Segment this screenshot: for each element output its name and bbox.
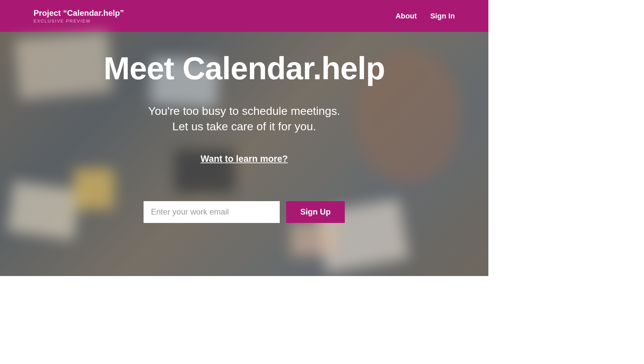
hero-subtitle-line2: Let us take care of it for you. [172,120,316,133]
email-input[interactable] [144,201,280,223]
nav-signin-link[interactable]: Sign In [430,12,455,20]
hero-subtitle: You're too busy to schedule meetings. Le… [148,103,340,134]
signup-button[interactable]: Sign Up [286,201,345,223]
hero-subtitle-line1: You're too busy to schedule meetings. [148,104,340,117]
project-title: Project “Calendar.help” [34,8,124,18]
nav-about-link[interactable]: About [395,12,417,20]
bg-decoration [290,222,337,256]
site-header: Project “Calendar.help” EXCLUSIVE PREVIE… [0,0,488,32]
project-subtitle: EXCLUSIVE PREVIEW [34,18,124,24]
hero-content: Meet Calendar.help You're too busy to sc… [0,50,488,223]
signup-form: Sign Up [144,201,345,223]
hero-title: Meet Calendar.help [104,50,385,87]
learn-more-link[interactable]: Want to learn more? [201,154,288,164]
header-branding: Project “Calendar.help” EXCLUSIVE PREVIE… [34,8,124,24]
hero-section: Meet Calendar.help You're too busy to sc… [0,32,488,276]
header-nav: About Sign In [395,12,455,20]
